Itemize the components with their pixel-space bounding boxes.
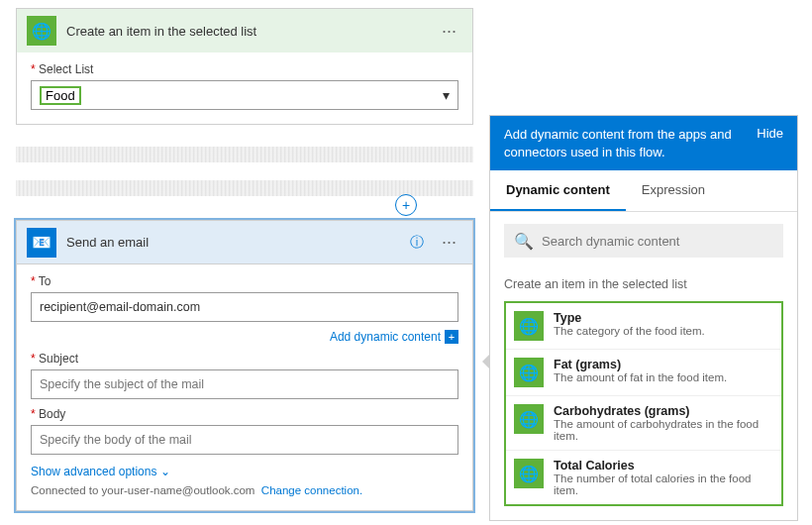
dynamic-item[interactable]: 🌐 Fat (grams)The amount of fat in the fo… (506, 349, 781, 395)
send-email-card: 📧 Send an email ⓘ ··· * To Add dynamic c… (16, 220, 473, 511)
create-item-body: * Select List Food ▾ (17, 52, 472, 124)
hide-link[interactable]: Hide (757, 126, 783, 160)
globe-icon: 🌐 (514, 404, 544, 434)
change-connection-link[interactable]: Change connection. (261, 484, 362, 496)
create-item-card: 🌐 Create an item in the selected list ··… (16, 8, 473, 125)
item-desc: The category of the food item. (554, 325, 705, 337)
item-title: Fat (grams) (554, 358, 727, 371)
panel-header: Add dynamic content from the apps and co… (490, 116, 797, 170)
subject-label: * Subject (31, 352, 458, 366)
tab-expression[interactable]: Expression (626, 170, 721, 211)
dynamic-item[interactable]: 🌐 Total CaloriesThe number of total calo… (506, 450, 781, 504)
plus-icon: + (445, 330, 458, 344)
send-email-title: Send an email (66, 235, 410, 250)
connection-info: Connected to your-user-name@outlook.com … (31, 484, 458, 496)
outlook-icon: 📧 (27, 228, 56, 258)
body-label: * Body (31, 407, 458, 421)
select-list-label-text: Select List (39, 62, 93, 76)
item-title: Carbohydrates (grams) (554, 404, 773, 418)
search-icon: 🔍 (514, 232, 534, 251)
add-step-button[interactable]: + (395, 194, 417, 216)
group-title: Create an item in the selected list (490, 265, 797, 297)
item-title: Type (554, 311, 705, 325)
panel-pointer (482, 355, 489, 368)
globe-icon: 🌐 (27, 16, 56, 46)
card1-more-button[interactable]: ··· (436, 21, 462, 42)
item-desc: The amount of fat in the food item. (554, 371, 727, 383)
panel-tabs: Dynamic content Expression (490, 170, 797, 212)
show-advanced-link[interactable]: Show advanced options ⌄ (31, 465, 458, 478)
chevron-down-icon: ▾ (443, 87, 450, 103)
tab-dynamic-content[interactable]: Dynamic content (490, 170, 626, 211)
item-desc: The number of total calories in the food… (554, 472, 773, 496)
dynamic-item[interactable]: 🌐 Carbohydrates (grams)The amount of car… (506, 395, 781, 450)
to-label: * To (31, 274, 458, 288)
add-dynamic-content-link[interactable]: Add dynamic content+ (31, 330, 458, 344)
search-input[interactable] (542, 234, 773, 249)
send-email-header: 📧 Send an email ⓘ ··· (17, 221, 472, 264)
create-item-header: 🌐 Create an item in the selected list ··… (17, 9, 472, 52)
info-icon[interactable]: ⓘ (410, 234, 424, 252)
select-list-dropdown[interactable]: Food ▾ (31, 80, 458, 110)
send-email-body: * To Add dynamic content+ * Subject * Bo… (17, 264, 472, 510)
search-wrap: 🔍 (490, 212, 797, 265)
to-input[interactable] (31, 292, 458, 322)
globe-icon: 🌐 (514, 358, 544, 387)
dynamic-item[interactable]: 🌐 TypeThe category of the food item. (506, 303, 781, 349)
globe-icon: 🌐 (514, 459, 544, 488)
card2-more-button[interactable]: ··· (436, 232, 462, 253)
search-box[interactable]: 🔍 (504, 224, 783, 258)
panel-header-text: Add dynamic content from the apps and co… (504, 126, 747, 160)
item-title: Total Calories (554, 459, 773, 472)
dynamic-content-panel: Add dynamic content from the apps and co… (489, 115, 798, 521)
subject-input[interactable] (31, 369, 458, 399)
dynamic-items-box: 🌐 TypeThe category of the food item. 🌐 F… (504, 301, 783, 506)
item-desc: The amount of carbohydrates in the food … (554, 418, 773, 442)
globe-icon: 🌐 (514, 311, 544, 341)
body-input[interactable] (31, 425, 458, 455)
chevron-down-icon: ⌄ (160, 465, 170, 478)
select-list-value: Food (40, 86, 81, 105)
select-list-label: * Select List (31, 62, 458, 76)
create-item-title: Create an item in the selected list (66, 24, 436, 39)
